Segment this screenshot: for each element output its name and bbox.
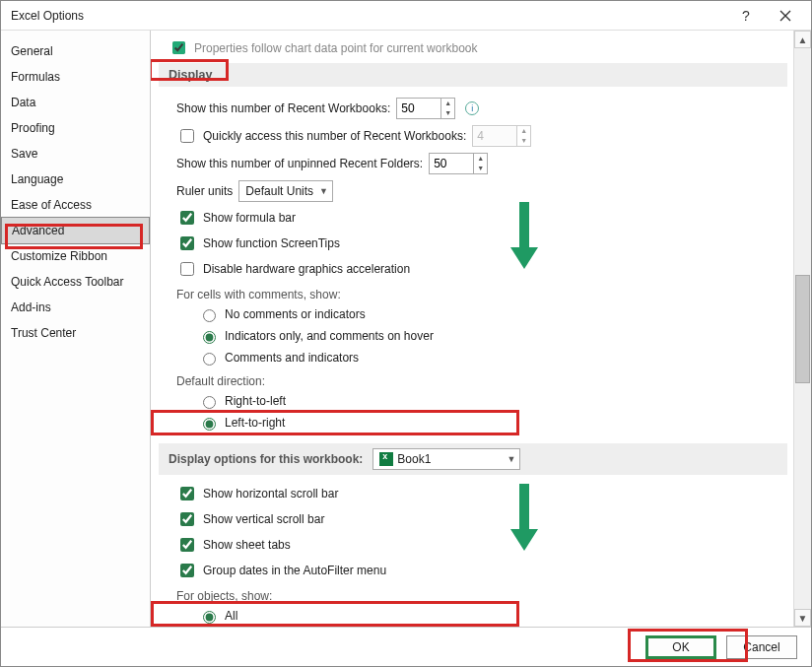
sidebar-item-general[interactable]: General <box>1 38 150 64</box>
workbook-select-value: Book1 <box>397 452 431 466</box>
scroll-up-button[interactable]: ▲ <box>794 31 811 48</box>
quick-access-label: Quickly access this number of Recent Wor… <box>203 129 466 143</box>
workbook-section-header: Display options for this workbook: Book1… <box>159 443 787 475</box>
rtl-radio[interactable] <box>203 396 216 409</box>
h-scroll-checkbox[interactable] <box>180 487 194 500</box>
recent-workbooks-input[interactable] <box>397 100 440 117</box>
sidebar-item-advanced[interactable]: Advanced <box>1 217 150 244</box>
ltr-radio[interactable] <box>203 418 216 431</box>
comments-indicators-radio[interactable] <box>203 331 216 344</box>
sidebar-item-quick-access-toolbar[interactable]: Quick Access Toolbar <box>1 269 150 295</box>
quick-access-spinner: ▲▼ <box>472 125 531 147</box>
recent-folders-spinner[interactable]: ▲▼ <box>429 153 488 174</box>
display-section-header: Display <box>159 63 787 87</box>
spinner-buttons[interactable]: ▲▼ <box>473 154 487 173</box>
objects-subheader: For objects, show: <box>159 583 793 605</box>
properties-follow-chart-label: Properties follow chart data point for c… <box>194 41 477 55</box>
ruler-units-label: Ruler units <box>176 184 233 198</box>
sheet-tabs-checkbox[interactable] <box>180 538 194 552</box>
close-icon <box>779 10 791 22</box>
scroll-thumb[interactable] <box>795 275 810 383</box>
direction-subheader: Default direction: <box>159 368 793 390</box>
objects-all-label: All <box>225 609 237 623</box>
sidebar-item-save[interactable]: Save <box>1 141 150 167</box>
recent-workbooks-label: Show this number of Recent Workbooks: <box>176 101 390 115</box>
comments-subheader: For cells with comments, show: <box>159 282 793 303</box>
recent-folders-input[interactable] <box>430 155 473 172</box>
sheet-tabs-label: Show sheet tabs <box>203 538 291 552</box>
comments-both-radio[interactable] <box>203 353 216 366</box>
show-formula-bar-checkbox[interactable] <box>180 211 194 225</box>
spinner-buttons[interactable]: ▲▼ <box>440 99 454 118</box>
ruler-units-select[interactable]: Default Units ▼ <box>238 180 333 202</box>
excel-file-icon <box>379 452 393 466</box>
group-dates-label: Group dates in the AutoFilter menu <box>203 564 386 577</box>
title-bar: Excel Options ? <box>1 1 811 31</box>
cutoff-row: Properties follow chart data point for c… <box>169 34 793 63</box>
objects-all-radio[interactable] <box>203 611 216 624</box>
scroll-track[interactable] <box>794 48 811 609</box>
ltr-label: Left-to-right <box>225 416 285 430</box>
disable-hw-label: Disable hardware graphics acceleration <box>203 262 410 276</box>
show-formula-bar-label: Show formula bar <box>203 211 296 225</box>
cancel-button[interactable]: Cancel <box>726 635 797 659</box>
help-button[interactable]: ? <box>726 2 766 30</box>
comments-none-radio[interactable] <box>203 309 216 322</box>
advanced-options-panel: Properties follow chart data point for c… <box>151 31 793 627</box>
show-screentips-label: Show function ScreenTips <box>203 236 340 250</box>
workbook-section-label: Display options for this workbook: <box>169 452 363 466</box>
show-screentips-checkbox[interactable] <box>180 236 194 250</box>
sidebar-item-language[interactable]: Language <box>1 167 150 192</box>
close-button[interactable] <box>766 2 805 30</box>
quick-access-checkbox[interactable] <box>180 129 194 143</box>
properties-follow-chart-checkbox[interactable] <box>172 41 185 54</box>
sidebar-item-addins[interactable]: Add-ins <box>1 295 150 320</box>
h-scroll-label: Show horizontal scroll bar <box>203 487 338 500</box>
dialog-footer: OK Cancel <box>1 627 811 666</box>
window-title: Excel Options <box>11 9 726 23</box>
quick-access-input <box>473 127 516 145</box>
sidebar-item-ease-of-access[interactable]: Ease of Access <box>1 192 150 218</box>
vertical-scrollbar[interactable]: ▲ ▼ <box>793 31 811 627</box>
chevron-down-icon: ▼ <box>319 186 328 196</box>
excel-options-dialog: Excel Options ? General Formulas Data Pr… <box>0 0 812 667</box>
recent-workbooks-spinner[interactable]: ▲▼ <box>396 98 455 119</box>
sidebar-item-proofing[interactable]: Proofing <box>1 115 150 141</box>
rtl-label: Right-to-left <box>225 394 286 408</box>
category-sidebar: General Formulas Data Proofing Save Lang… <box>1 31 151 627</box>
comments-indicators-label: Indicators only, and comments on hover <box>225 329 434 343</box>
ruler-units-value: Default Units <box>245 184 313 198</box>
sidebar-item-customize-ribbon[interactable]: Customize Ribbon <box>1 243 150 269</box>
sidebar-item-data[interactable]: Data <box>1 90 150 115</box>
v-scroll-checkbox[interactable] <box>180 512 194 526</box>
comments-none-label: No comments or indicators <box>225 307 366 321</box>
v-scroll-label: Show vertical scroll bar <box>203 512 324 526</box>
group-dates-checkbox[interactable] <box>180 564 194 577</box>
chevron-down-icon: ▼ <box>507 454 515 464</box>
ok-button[interactable]: OK <box>645 635 716 659</box>
sidebar-item-formulas[interactable]: Formulas <box>1 64 150 90</box>
disable-hw-checkbox[interactable] <box>180 262 194 276</box>
recent-folders-label: Show this number of unpinned Recent Fold… <box>176 157 423 170</box>
scroll-down-button[interactable]: ▼ <box>794 609 811 627</box>
comments-both-label: Comments and indicators <box>225 351 359 365</box>
spinner-buttons: ▲▼ <box>516 126 530 146</box>
info-icon[interactable]: i <box>465 101 479 115</box>
sidebar-item-trust-center[interactable]: Trust Center <box>1 320 150 346</box>
workbook-select[interactable]: Book1 ▼ <box>372 448 520 470</box>
